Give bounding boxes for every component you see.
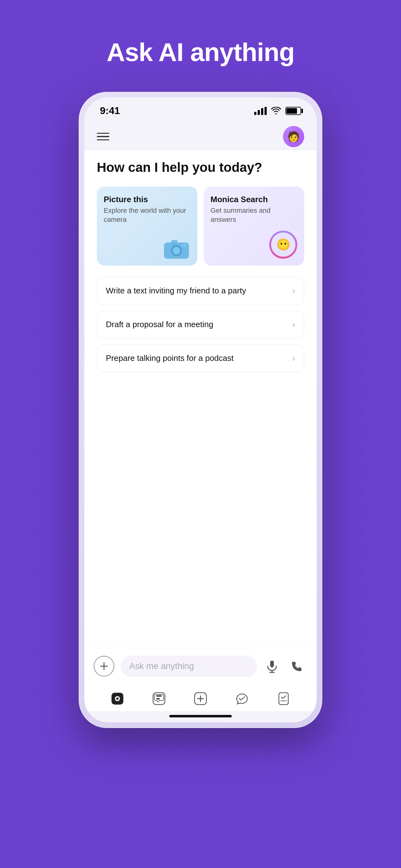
nav-add-icon bbox=[191, 689, 210, 708]
svg-point-4 bbox=[183, 244, 186, 247]
nav-item-messages[interactable] bbox=[233, 689, 252, 708]
battery-icon bbox=[286, 107, 301, 115]
svg-rect-15 bbox=[156, 698, 160, 700]
nav-saved-icon bbox=[274, 689, 293, 708]
plus-icon bbox=[99, 661, 109, 671]
nav-item-add[interactable] bbox=[191, 689, 210, 708]
monica-search-title: Monica Search bbox=[210, 195, 297, 204]
nav-home-icon bbox=[108, 689, 127, 708]
home-indicator bbox=[169, 715, 232, 717]
svg-rect-3 bbox=[171, 240, 177, 244]
nav-item-saved[interactable] bbox=[274, 689, 293, 708]
picture-this-subtitle: Explore the world with your camera bbox=[104, 206, 191, 224]
action-item-party-text: Write a text inviting my friend to a par… bbox=[106, 286, 246, 296]
action-arrow-meeting: › bbox=[292, 320, 295, 330]
bottom-nav bbox=[84, 684, 317, 711]
main-content: How can I help you today? Picture this E… bbox=[84, 150, 317, 515]
wifi-icon bbox=[271, 107, 281, 115]
action-item-meeting-text: Draft a proposal for a meeting bbox=[106, 320, 213, 329]
signal-icon bbox=[254, 107, 267, 115]
action-arrow-podcast: › bbox=[292, 353, 295, 363]
action-item-party[interactable]: Write a text inviting my friend to a par… bbox=[97, 277, 304, 305]
svg-point-12 bbox=[116, 698, 119, 700]
svg-rect-14 bbox=[156, 695, 162, 697]
action-item-podcast-text: Prepare talking points for a podcast bbox=[106, 353, 234, 363]
page-title: Ask AI anything bbox=[106, 37, 295, 67]
bottom-area: Ask me anything bbox=[84, 648, 317, 684]
greeting-text: How can I help you today? bbox=[97, 160, 304, 175]
status-time: 9:41 bbox=[100, 105, 120, 117]
action-arrow-party: › bbox=[292, 286, 295, 296]
action-list: Write a text inviting my friend to a par… bbox=[97, 277, 304, 372]
add-attachment-button[interactable] bbox=[94, 656, 114, 677]
svg-rect-7 bbox=[270, 660, 274, 668]
nav-chat-icon bbox=[149, 689, 168, 708]
input-row: Ask me anything bbox=[84, 648, 317, 684]
action-item-meeting[interactable]: Draft a proposal for a meeting › bbox=[97, 311, 304, 339]
nav-item-home[interactable] bbox=[108, 689, 127, 708]
top-nav: 🧑 bbox=[84, 120, 317, 150]
phone-call-button[interactable] bbox=[287, 656, 307, 677]
status-bar: 9:41 bbox=[84, 97, 317, 120]
status-icons bbox=[254, 107, 301, 115]
content-spacer bbox=[84, 515, 317, 648]
menu-button[interactable] bbox=[97, 133, 109, 141]
nav-item-chat[interactable] bbox=[149, 689, 168, 708]
monica-search-card[interactable]: Monica Search Get summaries and answers … bbox=[204, 187, 304, 265]
avatar[interactable]: 🧑 bbox=[283, 126, 304, 147]
picture-this-title: Picture this bbox=[104, 195, 191, 204]
nav-messages-icon bbox=[233, 689, 252, 708]
phone-icon bbox=[290, 659, 304, 673]
search-input-placeholder: Ask me anything bbox=[129, 661, 248, 671]
search-input-container[interactable]: Ask me anything bbox=[121, 655, 257, 677]
mic-button[interactable] bbox=[264, 658, 280, 675]
camera-icon bbox=[162, 236, 191, 259]
action-item-podcast[interactable]: Prepare talking points for a podcast › bbox=[97, 344, 304, 372]
monica-icon: 😶 bbox=[269, 230, 297, 259]
mic-icon bbox=[265, 659, 279, 673]
monica-search-subtitle: Get summaries and answers bbox=[210, 206, 297, 224]
svg-point-2 bbox=[173, 247, 180, 254]
phone-frame: 9:41 bbox=[79, 92, 322, 728]
feature-cards: Picture this Explore the world with your… bbox=[97, 187, 304, 265]
picture-this-card[interactable]: Picture this Explore the world with your… bbox=[97, 187, 197, 265]
svg-rect-19 bbox=[279, 693, 288, 705]
